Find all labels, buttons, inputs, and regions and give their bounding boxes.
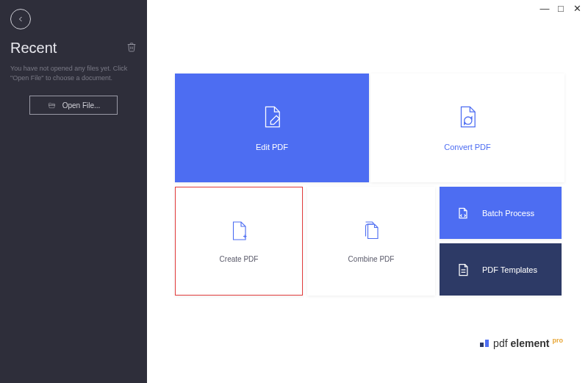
folder-icon bbox=[47, 101, 57, 110]
open-file-button[interactable]: Open File... bbox=[29, 96, 118, 115]
chevron-left-icon bbox=[16, 15, 25, 24]
batch-label: Batch Process bbox=[482, 209, 534, 218]
convert-pdf-icon bbox=[455, 104, 480, 129]
top-row: Edit PDF Convert PDF bbox=[175, 74, 588, 182]
back-button[interactable] bbox=[10, 9, 31, 29]
minimize-button[interactable]: — bbox=[539, 3, 550, 14]
side-cards: Batch Process PDF Templates bbox=[440, 187, 562, 296]
pdf-templates-card[interactable]: PDF Templates bbox=[440, 243, 562, 296]
brand-logo: pdfelement pro bbox=[480, 337, 563, 349]
clear-recent-button[interactable] bbox=[126, 42, 137, 55]
batch-icon bbox=[456, 206, 470, 221]
main-area: Edit PDF Convert PDF Create PDF Combine … bbox=[147, 0, 588, 383]
templates-label: PDF Templates bbox=[482, 265, 537, 274]
brand-mark-icon bbox=[480, 340, 489, 347]
brand-text-1: pdf bbox=[493, 337, 507, 349]
combine-pdf-label: Combine PDF bbox=[348, 255, 395, 263]
create-pdf-label: Create PDF bbox=[220, 255, 259, 263]
convert-pdf-card[interactable]: Convert PDF bbox=[370, 74, 564, 182]
brand-text-2: element bbox=[511, 337, 550, 349]
recent-title: Recent bbox=[10, 40, 57, 57]
open-file-label: Open File... bbox=[62, 101, 101, 110]
edit-pdf-icon bbox=[259, 104, 284, 129]
create-pdf-card[interactable]: Create PDF bbox=[175, 187, 303, 296]
create-pdf-icon bbox=[228, 220, 250, 242]
maximize-button[interactable]: □ bbox=[556, 3, 566, 14]
recent-hint: You have not opened any files yet. Click… bbox=[10, 64, 137, 82]
trash-icon bbox=[126, 42, 137, 52]
sidebar: Recent You have not opened any files yet… bbox=[0, 0, 147, 383]
templates-icon bbox=[456, 262, 470, 277]
edit-pdf-label: Edit PDF bbox=[256, 143, 288, 151]
bottom-row: Create PDF Combine PDF Batch Process PDF… bbox=[175, 187, 588, 296]
brand-pro-tag: pro bbox=[553, 337, 564, 344]
combine-pdf-card[interactable]: Combine PDF bbox=[307, 187, 435, 296]
batch-process-card[interactable]: Batch Process bbox=[440, 187, 562, 239]
combine-pdf-icon bbox=[360, 220, 382, 242]
app-window: — □ ✕ Recent You have not opened any fil… bbox=[0, 0, 588, 383]
convert-pdf-label: Convert PDF bbox=[444, 143, 491, 151]
edit-pdf-card[interactable]: Edit PDF bbox=[175, 74, 369, 182]
sidebar-header: Recent bbox=[10, 40, 137, 57]
close-button[interactable]: ✕ bbox=[572, 3, 582, 14]
window-controls: — □ ✕ bbox=[539, 3, 582, 14]
